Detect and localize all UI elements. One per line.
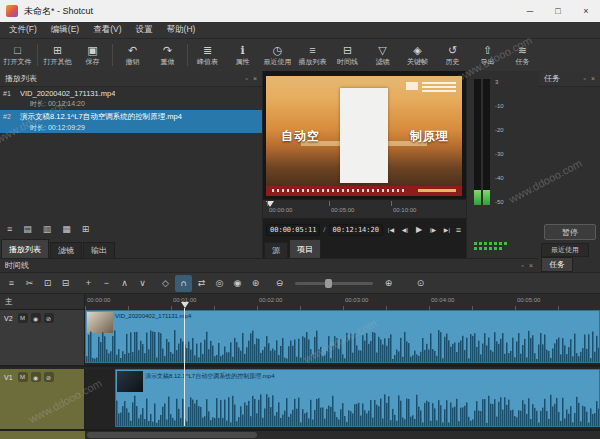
scrollbar-handle[interactable] xyxy=(87,432,257,438)
mute-icon[interactable]: M xyxy=(18,372,28,382)
lock-icon[interactable]: ⊘ xyxy=(44,372,54,382)
open-other-button[interactable]: ⊞ 打开其他 xyxy=(40,39,75,71)
recent-button[interactable]: ◷ 最近使用 xyxy=(260,39,295,71)
history-button[interactable]: ↺ 历史 xyxy=(435,39,470,71)
mute-icon[interactable]: M xyxy=(18,313,28,323)
close-icon[interactable]: × xyxy=(529,262,533,269)
overwrite-icon[interactable]: ∨ xyxy=(134,275,151,292)
ripple-delete-icon[interactable]: − xyxy=(98,275,115,292)
playlist-item-name: VID_20200402_171131.mp4 xyxy=(20,89,115,98)
skip-to-start-button[interactable]: |◀ xyxy=(385,223,397,236)
float-icon[interactable]: ▫ xyxy=(583,75,585,82)
track-head-spacer xyxy=(0,431,85,439)
lock-icon[interactable]: ⊘ xyxy=(44,313,54,323)
peak-meter-button[interactable]: ≣ 峰值表 xyxy=(190,39,225,71)
close-button[interactable]: × xyxy=(572,0,600,22)
track-head-v2[interactable]: V2 M ◉ ⊘ xyxy=(0,310,85,367)
keyframes-button[interactable]: ◈ 关键帧 xyxy=(400,39,435,71)
step-forward-button[interactable]: |▶ xyxy=(427,223,439,236)
jobs-button[interactable]: ≋ 任务 xyxy=(505,39,540,71)
view-grid-icon[interactable]: ⊞ xyxy=(82,224,90,234)
step-back-button[interactable]: ◀| xyxy=(399,223,411,236)
play-button[interactable]: ▶ xyxy=(413,223,425,236)
timeline-menu-icon[interactable]: ≡ xyxy=(3,275,20,292)
scrub-while-dragging-icon[interactable]: ⇄ xyxy=(193,275,210,292)
properties-button[interactable]: ℹ 属性 xyxy=(225,39,260,71)
zoom-in-icon[interactable]: ⊕ xyxy=(380,275,397,292)
menu-view[interactable]: 查看(V) xyxy=(86,24,128,36)
menu-edit[interactable]: 编辑(E) xyxy=(44,24,86,36)
playlist-toolbar: ≡ ▤ ▥ ▦ ⊞ xyxy=(0,220,262,238)
timeline-playhead-line[interactable] xyxy=(184,308,185,426)
redo-button[interactable]: ↷ 重做 xyxy=(150,39,185,71)
jobs-title: 任务 xyxy=(544,73,560,84)
zoom-out-icon[interactable]: ⊖ xyxy=(271,275,288,292)
tab-output[interactable]: 输出 xyxy=(83,242,115,258)
export-button[interactable]: ⇧ 导出 xyxy=(470,39,505,71)
playlist-menu-icon[interactable]: ≡ xyxy=(7,224,12,234)
playlist-item-index: #1 xyxy=(3,89,17,108)
close-icon[interactable]: × xyxy=(253,75,257,82)
zoom-slider[interactable] xyxy=(295,282,373,285)
marker-icon[interactable]: ◇ xyxy=(157,275,174,292)
position-timecode[interactable]: 00:00:05:11 xyxy=(266,224,320,236)
track-head-v1[interactable]: V1 M ◉ ⊘ xyxy=(0,369,85,431)
tab-filters[interactable]: 滤镜 xyxy=(50,242,82,258)
ripple-all-tracks-icon[interactable]: ◉ xyxy=(229,275,246,292)
clip-v2[interactable]: VID_20200402_171131.mp4 xyxy=(85,310,600,363)
player-menu-icon[interactable]: ≡ xyxy=(456,225,463,235)
track-lane-v2[interactable]: VID_20200402_171131.mp4 xyxy=(85,310,600,367)
pause-button[interactable]: 暂停 xyxy=(544,224,596,240)
ripple-markers-icon[interactable]: ⊛ xyxy=(247,275,264,292)
maximize-button[interactable]: □ xyxy=(544,0,572,22)
view-icons-icon[interactable]: ▦ xyxy=(62,224,71,234)
timeline-playhead-marker[interactable] xyxy=(181,302,189,308)
append-icon[interactable]: + xyxy=(80,275,97,292)
save-button[interactable]: ▣ 保存 xyxy=(75,39,110,71)
video-area: 自动空 制原理 xyxy=(263,71,466,199)
playlist-header: 播放列表 ▫ × xyxy=(0,71,262,87)
hide-icon[interactable]: ◉ xyxy=(31,313,41,323)
track-lane-v1[interactable]: 演示文稿8.12.1^L7自动空调系统的控制原理.mp4 xyxy=(85,369,600,431)
playlist-button[interactable]: ≡ 播放列表 xyxy=(295,39,330,71)
open-file-button[interactable]: □ 打开文件 xyxy=(0,39,35,71)
tab-source[interactable]: 源 xyxy=(264,242,288,258)
zoom-slider-handle[interactable] xyxy=(325,279,332,288)
minimize-button[interactable]: ─ xyxy=(516,0,544,22)
tab-recent[interactable]: 最近使用 xyxy=(541,243,589,257)
menu-file[interactable]: 文件(F) xyxy=(2,24,44,36)
snap-icon[interactable]: ∩ xyxy=(175,275,192,292)
menu-help[interactable]: 帮助(H) xyxy=(160,24,203,36)
skip-to-end-button[interactable]: ▶| xyxy=(441,223,453,236)
close-icon[interactable]: × xyxy=(591,75,595,82)
timeline-button[interactable]: ⊟ 时间线 xyxy=(330,39,365,71)
playlist-item-2[interactable]: #2 演示文稿8.12.1^L7自动空调系统的控制原理.mp4 时长: 00:1… xyxy=(0,110,262,133)
clip-v1[interactable]: 演示文稿8.12.1^L7自动空调系统的控制原理.mp4 xyxy=(115,369,600,427)
hide-icon[interactable]: ◉ xyxy=(31,372,41,382)
zoom-fit-icon[interactable]: ⊙ xyxy=(412,275,429,292)
ripple-icon[interactable]: ◎ xyxy=(211,275,228,292)
timeline-ruler[interactable]: 00:00:00 00:01:00 00:02:00 00:03:00 00:0… xyxy=(85,294,600,311)
tab-playlist[interactable]: 播放列表 xyxy=(1,239,49,258)
master-track-head[interactable]: 主 xyxy=(0,294,85,310)
tab-project[interactable]: 项目 xyxy=(289,239,321,258)
lift-icon[interactable]: ∧ xyxy=(116,275,133,292)
tab-jobs[interactable]: 任务 xyxy=(541,257,573,272)
float-icon[interactable]: ▫ xyxy=(521,262,523,269)
paste-icon[interactable]: ⊟ xyxy=(57,275,74,292)
save-icon: ▣ xyxy=(87,44,97,56)
playlist-item-1[interactable]: #1 VID_20200402_171131.mp4 时长: 00:12:14:… xyxy=(0,87,262,110)
seek-bar[interactable]: 00:00:00 00:05:00 00:10:00 xyxy=(263,199,466,219)
properties-icon: ℹ xyxy=(240,44,244,56)
float-icon[interactable]: ▫ xyxy=(245,75,247,82)
view-tiles-icon[interactable]: ▥ xyxy=(43,224,52,234)
audio-waveform xyxy=(116,393,599,426)
view-details-icon[interactable]: ▤ xyxy=(23,224,32,234)
undo-button[interactable]: ↶ 撤销 xyxy=(115,39,150,71)
cut-icon[interactable]: ✂ xyxy=(21,275,38,292)
save-label: 保存 xyxy=(86,57,100,67)
copy-icon[interactable]: ⊡ xyxy=(39,275,56,292)
menu-settings[interactable]: 设置 xyxy=(129,24,160,36)
timeline-horizontal-scrollbar[interactable] xyxy=(85,431,600,439)
filters-button[interactable]: ▽ 滤镜 xyxy=(365,39,400,71)
